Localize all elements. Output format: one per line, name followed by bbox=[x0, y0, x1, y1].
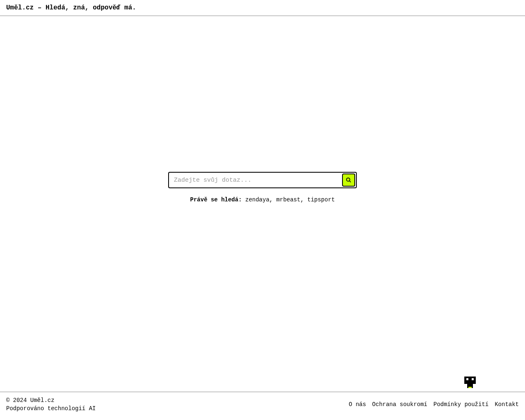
footer-link-privacy[interactable]: Ochrana soukromí bbox=[372, 401, 427, 408]
trending-list: zendaya, mrbeast, tipsport bbox=[245, 196, 335, 203]
trending-link-1[interactable]: mrbeast bbox=[276, 196, 301, 203]
svg-point-0 bbox=[347, 178, 350, 181]
copyright: © 2024 Uměl.cz bbox=[6, 397, 96, 404]
robot-mascot-icon bbox=[464, 377, 476, 388]
separator: , bbox=[300, 196, 307, 203]
trending-link-2[interactable]: tipsport bbox=[307, 196, 335, 203]
site-title: Uměl.cz – Hledá, zná, odpověď má. bbox=[6, 4, 519, 11]
search-button[interactable] bbox=[342, 173, 355, 187]
footer-link-about[interactable]: O nás bbox=[349, 401, 366, 408]
svg-line-1 bbox=[349, 181, 351, 183]
trending-link-0[interactable]: zendaya bbox=[245, 196, 269, 203]
header: Uměl.cz – Hledá, zná, odpověď má. bbox=[0, 0, 525, 16]
search-icon bbox=[346, 177, 352, 183]
tagline: Podporováno technologií AI bbox=[6, 405, 96, 412]
footer-links: O nás Ochrana soukromí Podmínky použití … bbox=[349, 401, 519, 408]
trending-searches: Právě se hledá: zendaya, mrbeast, tipspo… bbox=[190, 196, 335, 203]
main-content: Právě se hledá: zendaya, mrbeast, tipspo… bbox=[0, 16, 525, 392]
trending-label: Právě se hledá: bbox=[190, 196, 242, 203]
search-input[interactable] bbox=[168, 172, 357, 188]
separator: , bbox=[269, 196, 276, 203]
footer-info: © 2024 Uměl.cz Podporováno technologií A… bbox=[6, 397, 96, 412]
footer-link-terms[interactable]: Podmínky použití bbox=[434, 401, 488, 408]
footer-link-contact[interactable]: Kontakt bbox=[495, 401, 519, 408]
search-container bbox=[168, 172, 357, 188]
footer: © 2024 Uměl.cz Podporováno technologií A… bbox=[0, 392, 525, 420]
